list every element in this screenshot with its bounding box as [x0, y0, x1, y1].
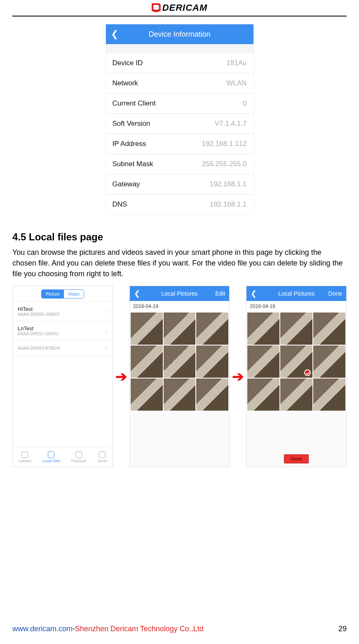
device-info-value: 255.255.255.0 [202, 160, 247, 168]
edit-button[interactable]: Edit [215, 290, 225, 297]
section-body: You can browse the pictures and videos s… [12, 247, 347, 279]
info-icon [99, 451, 106, 458]
chevron-right-icon: › [106, 327, 108, 334]
nav-title: Local Pictures [130, 290, 230, 297]
logo-shield-icon [152, 3, 161, 12]
checkmark-icon [304, 369, 311, 376]
device-info-label: Current Client [113, 99, 156, 108]
photo-thumbnail-selected[interactable] [280, 346, 312, 378]
device-info-label: IP Address [113, 140, 146, 148]
screenshot-local-files-list: Picture Video HiTestAAAA-000068-JNMED›Ln… [12, 286, 113, 467]
device-info-row: Device ID181Au [106, 53, 253, 73]
arrow-right-icon: ➔ [232, 368, 244, 385]
segment-picture[interactable]: Picture [42, 290, 64, 298]
photo-thumbnail[interactable] [131, 378, 163, 411]
device-info-value: 181Au [226, 59, 246, 67]
device-info-row: Soft VersionV7.1.4.1.7 [106, 114, 253, 134]
back-icon[interactable]: ❮ [111, 29, 118, 40]
device-info-row: Gateway192.168.1.1 [106, 174, 253, 195]
tab-camera[interactable]: Camera [18, 451, 31, 463]
photo-thumbnail[interactable] [196, 346, 228, 378]
delete-button[interactable]: Delete [284, 454, 309, 463]
device-info-row: NetworkWLAN [106, 73, 253, 94]
photo-thumbnail[interactable] [164, 346, 196, 378]
list-item[interactable]: LnTestAAAA-099551-GBERJ› [13, 321, 113, 341]
device-info-label: Subnet Mask [113, 160, 153, 168]
device-info-label: Device ID [113, 59, 143, 67]
section-heading: 4.5 Local files page [12, 231, 347, 243]
device-info-row: IP Address192.168.1.112 [106, 134, 253, 154]
device-info-value: 192.168.1.112 [202, 140, 247, 148]
photo-thumbnail[interactable] [280, 313, 312, 345]
photo-thumbnail[interactable] [313, 378, 345, 411]
photo-thumbnail[interactable] [280, 378, 312, 411]
page-footer: www.dericam.com-Shenzhen Dericam Technol… [12, 625, 347, 633]
segment-control: Picture Video [13, 286, 113, 302]
device-info-value: 0 [243, 99, 246, 108]
footer-url: www.dericam.com [12, 625, 73, 633]
device-info-label: Soft Version [113, 120, 150, 128]
device-info-row: DNS192.168.1.1 [106, 195, 253, 214]
tab-playback[interactable]: Playback [71, 451, 87, 463]
device-info-label: DNS [113, 200, 127, 209]
photo-thumbnail[interactable] [164, 313, 196, 345]
camera-icon [21, 451, 28, 458]
local-files-screenshots: Picture Video HiTestAAAA-000068-JNMED›Ln… [12, 286, 347, 467]
page-number: 29 [338, 625, 347, 633]
list-item-subtitle: AAAA-000068-JNMED [18, 312, 59, 317]
list-item-subtitle: AAAA-099551-GBERJ [18, 331, 59, 336]
arrow-right-icon: ➔ [115, 368, 127, 385]
device-info-row: Current Client0 [106, 94, 253, 114]
device-info-label: Gateway [113, 180, 140, 188]
list-item-title: HiTest [18, 306, 59, 312]
device-info-titlebar: ❮ Device Information [106, 24, 253, 44]
nav-bar: ❮ Local Pictures Done [246, 286, 346, 301]
bottom-tabbar: Camera Local Files Playback About [13, 447, 113, 467]
photo-thumbnail[interactable] [131, 313, 163, 345]
device-info-label: Network [113, 79, 138, 87]
device-info-row: Subnet Mask255.255.255.0 [106, 154, 253, 174]
device-info-value: WLAN [226, 79, 246, 87]
list-item[interactable]: HiTestAAAA-000068-JNMED› [13, 302, 113, 321]
date-header: 2016-04-19 [130, 301, 230, 312]
segment-video[interactable]: Video [64, 290, 84, 298]
list-item-subtitle: AAAA-099553-BYBEW [18, 346, 60, 350]
thumbnail-grid [246, 312, 346, 411]
list-item-title: LnTest [18, 325, 59, 331]
brand-name: DERICAM [162, 2, 208, 13]
brand-logo: DERICAM [152, 2, 208, 13]
list-item[interactable]: AAAA-099553-BYBEW› [13, 341, 113, 356]
device-info-screenshot: ❮ Device Information Device ID181AuNetwo… [106, 24, 254, 215]
device-info-value: 192.168.1.1 [210, 180, 247, 188]
screenshot-local-pictures-select: ❮ Local Pictures Done 2016-04-19 Delete [246, 286, 347, 467]
thumbnail-grid [130, 312, 230, 411]
photo-thumbnail[interactable] [247, 346, 279, 378]
done-button[interactable]: Done [328, 290, 342, 297]
folder-icon [48, 451, 54, 458]
device-info-value: 192.168.1.1 [210, 200, 247, 209]
nav-bar: ❮ Local Pictures Edit [130, 286, 230, 301]
footer-company: Shenzhen Dericam Technology Co.,Ltd [75, 625, 204, 633]
back-icon[interactable]: ❮ [251, 289, 257, 298]
device-info-value: V7.1.4.1.7 [215, 120, 247, 128]
spacer [106, 44, 253, 53]
screenshot-local-pictures-grid: ❮ Local Pictures Edit 2016-04-19 [129, 286, 230, 467]
chevron-right-icon: › [106, 345, 108, 351]
playback-icon [75, 451, 82, 458]
device-file-list: HiTestAAAA-000068-JNMED›LnTestAAAA-09955… [13, 302, 113, 447]
photo-thumbnail[interactable] [131, 346, 163, 378]
chevron-right-icon: › [106, 308, 108, 315]
photo-thumbnail[interactable] [196, 378, 228, 411]
device-info-title: Device Information [106, 30, 253, 39]
tab-local-files[interactable]: Local Files [42, 451, 60, 463]
photo-thumbnail[interactable] [247, 313, 279, 345]
photo-thumbnail[interactable] [313, 313, 345, 345]
photo-thumbnail[interactable] [196, 313, 228, 345]
date-header: 2016-04-19 [246, 301, 346, 312]
back-icon[interactable]: ❮ [134, 289, 140, 298]
tab-about[interactable]: About [97, 451, 107, 463]
page-header: DERICAM [12, 0, 347, 16]
photo-thumbnail[interactable] [313, 346, 345, 378]
photo-thumbnail[interactable] [247, 378, 279, 411]
photo-thumbnail[interactable] [164, 378, 196, 411]
